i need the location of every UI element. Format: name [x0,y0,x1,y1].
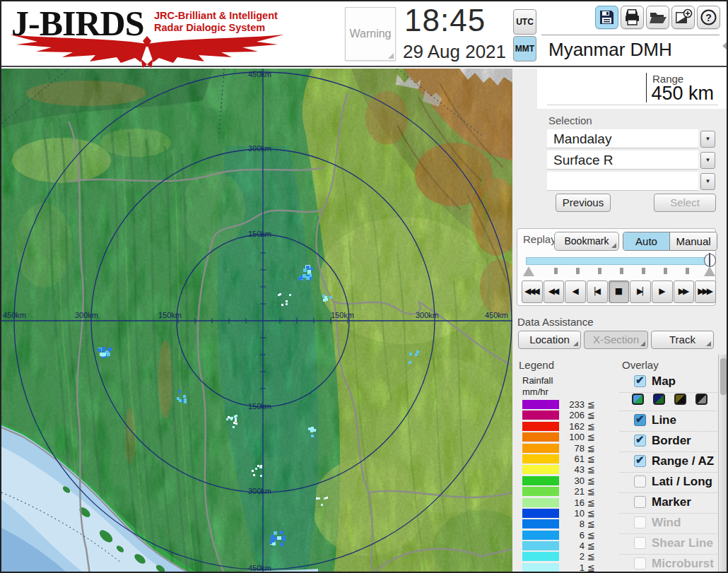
checkbox[interactable] [634,475,646,488]
step-forward-button[interactable]: ▶| [630,280,651,303]
warning-button[interactable]: Warning [345,7,396,61]
auto-button[interactable]: Auto [623,232,670,250]
legend-le-symbol: ≦ [587,399,595,410]
save-button[interactable] [595,6,618,29]
manual-button[interactable]: Manual [670,232,717,250]
utc-button[interactable]: UTC [513,9,536,35]
legend-swatch [522,410,559,420]
radar-map[interactable]: 450km 300km 150km 150km 300km 450km 450k… [1,69,512,573]
legend-entry: 16 ≦ [522,498,607,509]
panel-collapse-arrow[interactable] [722,41,728,51]
fast-rewind-button[interactable]: ◀◀ [544,280,565,303]
open-folder-button[interactable] [646,6,669,29]
overlay-item-label: Lati / Long [652,475,712,489]
select-button[interactable]: Select [654,194,716,212]
slider-tick [642,268,645,274]
slider-end-marker[interactable] [704,266,715,276]
svg-text:450km: 450km [485,311,508,319]
site-select-dropdown-icon[interactable]: ▼ [700,131,715,148]
product-select-field[interactable]: Surface R [547,150,698,170]
legend-entry: 206 ≦ [522,410,607,421]
fast-forward-button[interactable]: ▶▶ [674,280,695,303]
legend-swatch [522,476,559,485]
legend-value: 78 [559,443,585,454]
replay-slider-track[interactable] [526,257,711,265]
jbirds-logo: J-BIRDS JRC-Brilliant & Intelligent Rada… [8,3,288,66]
play-button[interactable]: ▶ [652,280,673,303]
jbirds-window: J-BIRDS JRC-Brilliant & Intelligent Rada… [0,0,728,573]
replay-slider-handle[interactable] [704,254,716,267]
overlay-item-border[interactable]: ✔ Border [620,432,717,452]
legend-le-symbol: ≦ [587,497,595,508]
legend-scale: 233 ≦ 206 ≦ 162 ≦ 100 ≦ 78 ≦ 61 ≦ 43 ≦ 3… [522,400,607,573]
legend-le-symbol: ≦ [587,421,595,432]
bookmark-button[interactable]: Bookmark [554,232,619,251]
legend-swatch [522,531,559,540]
checkbox[interactable]: ✔ [634,375,646,387]
svg-text:450km: 450km [248,70,271,78]
print-button[interactable] [621,6,644,29]
panel-scrollbar-thumb[interactable] [720,358,727,395]
overlay-item-line[interactable]: ✔ Line [620,411,717,432]
svg-text:300km: 300km [75,311,98,319]
map-style-swatch[interactable] [653,394,665,405]
option-select-dropdown-icon[interactable]: ▼ [700,173,715,190]
slider-tick [686,268,689,274]
product-select-dropdown-icon[interactable]: ▼ [700,152,715,169]
overlay-item-lati-long[interactable]: Lati / Long [620,473,717,493]
mmt-button[interactable]: MMT [513,36,536,61]
legend-value: 6 [559,530,585,540]
stop-button[interactable]: ■ [609,280,630,303]
map-style-swatch[interactable] [674,394,686,405]
site-select-field[interactable]: Mandalay [547,129,698,148]
checkbox[interactable]: ✔ [634,414,646,426]
previous-button[interactable]: Previous [556,194,611,212]
print-icon [621,6,643,28]
legend-le-symbol: ≦ [587,562,595,573]
legend-swatch [522,541,559,550]
play-reverse-button[interactable]: ◀ [565,280,586,303]
legend-value: 100 [559,432,585,442]
skip-to-start-button[interactable]: ◀◀◀ [522,280,543,303]
xsection-button[interactable]: X-Section [584,331,648,349]
track-button[interactable]: Track [651,331,714,349]
slider-start-marker[interactable] [523,266,534,276]
checkbox[interactable] [634,537,646,549]
svg-text:300km: 300km [248,487,271,495]
control-panel: Range 450 km Selection Mandalay ▼ Surfac… [512,69,728,573]
help-button[interactable]: ? [697,6,720,29]
legend-value: 21 [559,486,585,497]
replay-box: Replay Bookmark Auto Manual ◀◀◀◀◀◀|◀■▶|▶… [517,228,716,306]
checkbox[interactable] [634,557,646,569]
legend-entry: 2 ≦ [522,552,607,562]
legend-unit: Rainfall mm/hr [522,375,553,398]
legend-entry: 162 ≦ [522,422,607,432]
legend-swatch [522,563,559,572]
selection-label: Selection [548,114,592,126]
legend-entry: 21 ≦ [522,487,607,497]
overlay-item-microburst[interactable]: Microburst [620,555,717,573]
logo-tagline: JRC-Brilliant & Intelligent Radar Dialog… [154,10,278,34]
add-image-button[interactable] [671,6,695,29]
overlay-item-marker[interactable]: Marker [620,493,717,514]
overlay-item-label: Marker [652,495,691,509]
checkbox[interactable] [634,516,646,528]
checkbox[interactable] [634,496,646,508]
location-button[interactable]: Location [518,331,581,349]
map-style-swatches [620,393,717,411]
checkbox[interactable]: ✔ [634,455,646,467]
skip-to-end-button[interactable]: ▶▶▶ [695,280,716,303]
map-style-swatch[interactable] [632,394,644,405]
option-select-field[interactable] [547,172,698,191]
overlay-item-map[interactable]: ✔ Map [620,372,717,393]
panel-scrollbar[interactable] [718,355,728,573]
overlay-item-wind[interactable]: Wind [620,514,717,534]
overlay-item-label: Shear Line [652,536,713,550]
step-back-button[interactable]: |◀ [587,280,608,303]
slider-tick [620,268,623,274]
checkbox[interactable]: ✔ [634,435,646,447]
overlay-item-shear-line[interactable]: Shear Line [620,534,717,555]
overlay-item-range-az[interactable]: ✔ Range / AZ [620,452,717,473]
legend-swatch [522,465,559,474]
map-style-swatch[interactable] [695,394,708,405]
